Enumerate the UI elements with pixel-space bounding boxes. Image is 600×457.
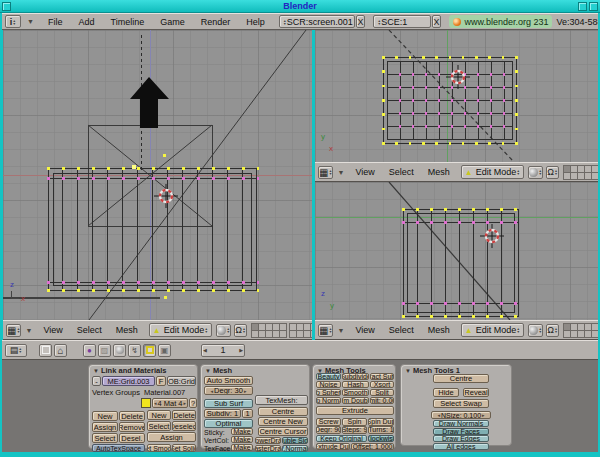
menu-view[interactable]: View [43,325,62,335]
offset-field[interactable]: Offset: 1.000 [351,443,394,450]
draw-type-dropdown[interactable]: ▴▾ [528,166,543,179]
scene-selector[interactable]: ▴▾ SCE:1 [373,15,430,28]
vgroup-assign-button[interactable]: Assign [92,422,118,432]
material-help-button[interactable]: ? [189,398,197,408]
material-assign-button[interactable]: Assign [147,432,196,442]
pivot-dropdown[interactable]: Ω ▴▾ [546,324,559,337]
viewport-type-dropdown[interactable]: ▦ ▴▾ [318,324,333,337]
draw-faces-toggle[interactable]: Draw Faces [433,428,489,435]
optimal-toggle[interactable]: Optimal [204,419,253,428]
menu-game[interactable]: Game [160,17,185,27]
viewport-top[interactable]: y x [315,30,598,162]
all-edges-toggle[interactable]: All edges [433,443,489,450]
draw-type-dropdown[interactable]: ▴▾ [528,324,543,337]
menu-view[interactable]: View [355,167,374,177]
degr90-field[interactable]: Degr: 90 [316,426,341,434]
flip-normals-button[interactable]: Flip Normals [316,397,341,404]
spin-dup-button[interactable]: Spin Dup [368,418,394,426]
menu-select[interactable]: Select [77,325,102,335]
vgroup-new-button[interactable]: New [92,411,118,421]
fract-subd-button[interactable]: Fract Subd [370,373,394,380]
script-context-button[interactable]: ▨ [98,344,111,357]
mode-dropdown[interactable]: ▲ Edit Mode ▴▾ [461,323,524,337]
set-smooth-button[interactable]: Set Smooth [147,444,171,452]
hash-button[interactable]: Hash [342,381,369,388]
vgroup-delete-button[interactable]: Delete [119,411,145,421]
subsurf-toggle[interactable]: Sub Surf [204,399,253,408]
material-deselect-button[interactable]: Deselect [172,421,196,431]
menu-mesh[interactable]: Mesh [116,325,138,335]
extrude-dup-button[interactable]: Extrude Dup [316,443,350,450]
next-icon[interactable]: ▸ [183,400,188,406]
split-button[interactable]: Split [370,389,394,396]
degr-field[interactable]: ◂ Degr: 30 ▸ [204,386,253,395]
home-button[interactable]: ⌂ [54,344,67,357]
pivot-dropdown[interactable]: Ω ▴▾ [546,166,559,179]
header-collapse-icon[interactable]: ▼ [337,169,344,176]
window-type-dropdown[interactable]: ▤ ▴▾ [5,344,27,357]
frame-stepper[interactable]: ◀ 1 ▶ [201,344,245,357]
texface-make-button[interactable]: Make [231,444,253,451]
panel-align-button[interactable] [39,344,52,357]
rem-doubles-button[interactable]: Rem Doubles [342,397,369,404]
pivot-dropdown[interactable]: Ω ▴▾ [234,324,247,337]
mesh-browse-button[interactable]: - [92,376,101,386]
mesh-name-field[interactable]: ME:Grid.003 [102,376,155,386]
material-delete-button[interactable]: Delete [172,410,196,420]
screen-selector[interactable]: ▴▾ SCR:screen.001 [279,15,355,28]
material-index-stepper[interactable]: ◂ 4 Mat 4 ▸ [152,398,188,408]
menu-select[interactable]: Select [389,325,414,335]
object-name-field[interactable]: OB:Grid [167,376,196,386]
keep-original-toggle[interactable]: Keep Original [316,435,367,443]
nsize-field[interactable]: ◂ NSize: 0.100 ▸ [431,411,491,419]
slower-draw-button[interactable]: SlowerDraw [255,437,281,444]
draw-normals-toggle[interactable]: Draw Normals [433,420,489,427]
beauty-toggle[interactable]: Beauty [316,373,341,380]
smooth-button[interactable]: Smooth [342,389,369,396]
select-swap-button[interactable]: Select Swap [433,399,489,408]
frame-next-icon[interactable]: ▶ [238,347,244,353]
xsort-button[interactable]: Xsort [370,381,394,388]
editing-context-button[interactable] [143,344,156,357]
viewport-front[interactable]: z x [3,30,312,320]
scene-delete-button[interactable]: X [432,15,442,28]
material-color-swatch[interactable] [141,398,151,408]
maximize-button[interactable] [578,2,587,11]
spin-button[interactable]: Spin [342,418,367,426]
menu-timeline[interactable]: Timeline [111,17,145,27]
double-sided-toggle[interactable]: Double Sided [282,437,308,444]
menu-help[interactable]: Help [246,17,265,27]
close-window-button[interactable] [589,2,598,11]
layer-buttons[interactable] [251,323,312,337]
vgroup-remove-button[interactable]: Remove [119,422,145,432]
mode-dropdown[interactable]: ▲ Edit Mode ▴▾ [461,165,524,179]
scene-context-button[interactable]: ▣ [158,344,171,357]
menu-select[interactable]: Select [389,167,414,177]
header-collapse-icon[interactable]: ▼ [25,327,32,334]
next-icon[interactable]: ▸ [243,388,248,394]
mode-dropdown[interactable]: ▲ Edit Mode ▴▾ [149,323,212,337]
faster-draw-button[interactable]: FasterDraw [255,445,281,452]
menu-file[interactable]: File [48,17,63,27]
to-sphere-button[interactable]: To Sphere [316,389,341,396]
panel-collapse-icon[interactable]: ▼ [405,368,411,374]
subdiv-render-field[interactable]: 1 [242,409,253,418]
layer-buttons[interactable] [563,165,598,179]
sticky-make-button[interactable]: Make [231,428,253,435]
layer-cell[interactable] [591,330,598,338]
window-type-dropdown[interactable]: i ▴▾ [5,15,21,28]
material-new-button[interactable]: New [147,410,171,420]
hide-button[interactable]: Hide [433,388,459,397]
steps-field[interactable]: Steps: 9 [342,426,367,434]
next-icon[interactable]: ▸ [481,412,486,418]
centre-new-button[interactable]: Centre New [258,417,308,426]
screw-button[interactable]: Screw [316,418,341,426]
menu-add[interactable]: Add [79,17,95,27]
panel-collapse-icon[interactable]: ▼ [93,368,99,374]
draw-type-dropdown[interactable]: ▴▾ [216,324,231,337]
subdivide-button[interactable]: Subdivide [342,373,369,380]
object-context-button[interactable]: ↯ [128,344,141,357]
vgroup-select-button[interactable]: Select [92,433,118,443]
menu-mesh[interactable]: Mesh [428,325,450,335]
logic-context-button[interactable]: ● [83,344,96,357]
